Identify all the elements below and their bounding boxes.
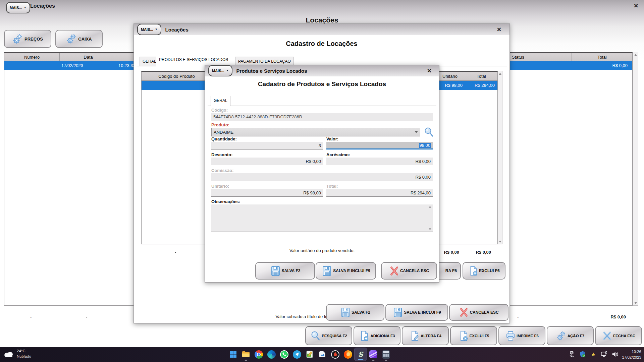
erp-app-icon: S [358,351,363,358]
file-explorer-button[interactable] [239,348,252,361]
cancela-button[interactable]: CANCELA ESC [449,304,508,321]
telegram-button[interactable] [290,348,303,361]
acrescimo-field[interactable]: R$ 0,00 [326,158,433,165]
weather-widget[interactable]: 24°C Nublado [3,349,31,359]
scroll-down-icon[interactable] [633,300,638,305]
running-indicator [372,360,375,361]
valor-field[interactable]: 98,00 [326,142,433,149]
running-indicator [245,360,247,361]
start-button[interactable] [227,348,239,361]
desconto-field[interactable]: R$ 0,00 [211,158,323,165]
weather-temperature: 24°C [17,349,31,354]
comissao-label: Comissão: [211,168,233,173]
caixa-button[interactable]: CAIXA [55,30,103,48]
produtos-table-scrollbar[interactable] [498,71,502,244]
volume-icon[interactable] [610,349,619,359]
mais-label: MAIS... [212,69,224,73]
exclui-f6-button[interactable]: EXCLUI F6 [463,262,505,280]
tab-label: PRODUTOS E SERVIÇOS LOCADOS [159,57,228,62]
locacoes-dialog-close-icon[interactable]: ✕ [497,27,501,33]
row-time: 10:23:33 [118,63,136,68]
acao-button[interactable]: AÇÃO F7 [547,326,594,345]
main-mais-menu-button[interactable]: MAIS... ▼ [6,2,30,13]
scroll-up-icon[interactable] [498,71,502,76]
summary-total: R$ 0,00 [577,314,626,319]
total-field: R$ 294,00 [326,189,433,197]
observacoes-textarea[interactable] [211,204,433,232]
salva-e-inclui-button[interactable]: SALVA E INCLUI F9 [316,262,376,280]
main-table-scrollbar[interactable] [633,52,638,306]
main-toolbar: PESQUISA F2 ADICIONA F3 ALTERA F4 EXCLUI… [305,326,642,345]
pesquisa-label: PESQUISA F2 [322,334,347,338]
calculator-button[interactable] [380,348,392,361]
star-icon[interactable]: ★ [589,349,598,359]
security-shield-icon[interactable] [578,349,587,359]
cancela-label: CANCELA ESC [470,310,498,315]
selected-text: 98,00 [419,143,431,148]
produto-combobox[interactable]: ANDAIME [211,128,420,136]
column-header-codigo-produto: Código do Produto [142,72,212,80]
produto-dialog-heading: Cadastro de Produtos e Serviços Locados [205,80,439,88]
share-app-button[interactable] [316,348,329,361]
column-header-data: Data [60,53,117,61]
chrome-button[interactable] [252,348,265,361]
produto-dialog-close-icon[interactable]: ✕ [427,68,432,74]
flame-app-button[interactable] [329,348,341,361]
product-search-icon[interactable] [424,127,434,137]
salva-e-inclui-button[interactable]: SALVA E INCLUI F9 [385,304,448,321]
firefox-button[interactable] [341,348,354,361]
scroll-up-icon[interactable] [633,52,638,57]
floppy-disk-icon [321,265,332,277]
produto-dialog-mais-button[interactable]: MAIS... ▼ [208,65,232,76]
exclui-button[interactable]: EXCLUI F5 [450,326,497,345]
cancela-button[interactable]: CANCELA ESC [381,262,437,280]
main-close-icon[interactable]: ✕ [634,3,638,9]
weather-condition: Nublado [17,354,31,359]
video-editor-icon [369,350,377,358]
video-editor-button[interactable] [367,348,380,361]
codigo-label: Código: [211,108,228,113]
document-pencil-icon [409,330,420,341]
adiciona-button[interactable]: ADICIONA F3 [354,326,400,345]
scroll-down-icon[interactable] [498,239,502,244]
whatsapp-button[interactable] [278,348,290,361]
erp-app-button[interactable]: S [354,348,367,361]
quantidade-field[interactable]: 3 [211,142,323,149]
scroll-up-icon[interactable] [429,206,431,208]
produtos-summary-dash: - [175,250,176,255]
cancela-label: CANCELA ESC [400,268,429,273]
desconto-label: Desconto: [211,152,233,157]
pesquisa-button[interactable]: PESQUISA F2 [305,326,352,345]
salva-button[interactable]: SALVA F2 [255,262,315,280]
scroll-down-icon[interactable] [429,228,431,230]
altera-button[interactable]: ALTERA F4 [402,326,449,345]
usb-device-icon[interactable] [568,349,576,359]
exclui-label: EXCLUI F5 [470,334,489,338]
produto-dialog: MAIS... ▼ Produtos e Serviços Locados ✕ … [205,65,439,283]
image-editor-button[interactable] [303,348,316,361]
whatsapp-icon [280,350,288,359]
mais-label: MAIS... [141,27,153,32]
chevron-down-icon[interactable] [415,131,418,133]
column-header-numero: Número [4,53,60,61]
fecha-button[interactable]: FECHA ESC [595,326,642,345]
locacoes-dialog-heading: Cadastro de Locações [134,40,509,48]
column-header-total: Total [465,72,497,80]
precos-button[interactable]: PREÇOS [4,30,51,48]
calculator-icon [382,350,390,359]
salva-e-inclui-label: SALVA E INCLUI F9 [333,268,370,273]
locacoes-dialog-mais-button[interactable]: MAIS... ▼ [137,24,161,35]
valor-help-text: Valor unitário do produto vendido. [205,248,439,253]
taskbar-clock[interactable]: 10:26 17/02/2023 [622,349,641,360]
edge-button[interactable] [265,348,278,361]
valor-label: Valor: [326,136,338,141]
tab-geral[interactable]: GERAL [211,96,230,106]
salva-button[interactable]: SALVA F2 [326,304,384,321]
imprime-button[interactable]: IMPRIME F6 [498,326,545,345]
tab-label: PAGAMENTO DA LOCAÇÃO [238,59,291,64]
mais-label: MAIS... [10,6,22,10]
network-icon[interactable] [600,349,608,359]
system-tray: ★ [568,349,619,359]
column-header-total: Total [572,53,632,61]
altera-partial-label: RA F5 [445,268,457,273]
